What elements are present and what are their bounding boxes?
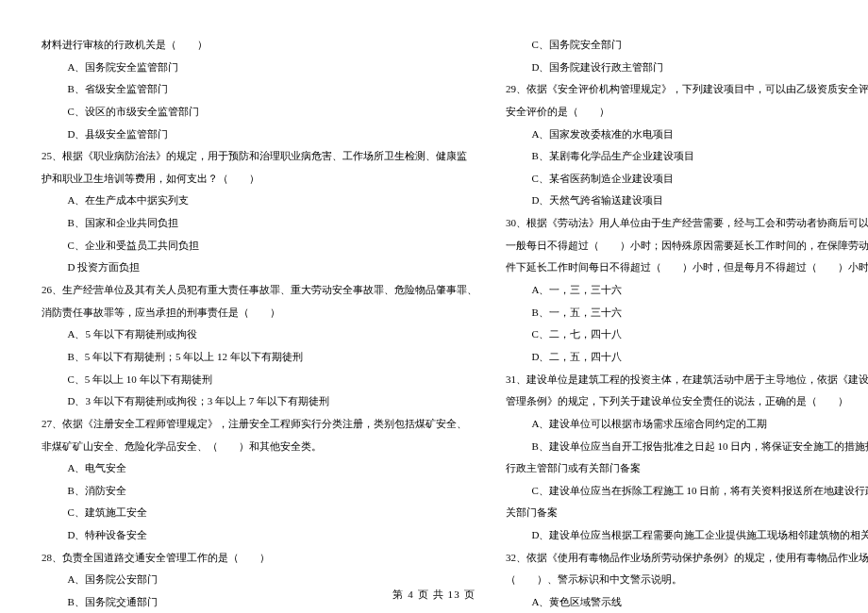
q26-option-d: D、3 年以下有期徒刑或拘役；3 年以上 7 年以下有期徒刑 <box>42 390 477 413</box>
q30-stem-line2: 一般每日不得超过（ ）小时；因特殊原因需要延长工作时间的，在保障劳动者身体健康的… <box>506 235 868 257</box>
q31-option-b-line1: B、建设单位应当自开工报告批准之日起 10 日内，将保证安全施工的措施报送所在地… <box>506 436 868 458</box>
q31-option-c-line2: 关部门备案 <box>506 502 868 524</box>
q25-option-c: C、企业和受益员工共同负担 <box>42 235 477 257</box>
q30-option-d: D、二，五，四十八 <box>506 346 868 369</box>
q28-option-d: D、国务院建设行政主管部门 <box>506 57 868 79</box>
q24-option-d: D、县级安全监管部门 <box>42 124 477 146</box>
q29-option-b: B、某剧毒化学品生产企业建设项目 <box>506 145 868 168</box>
page-body: 材料进行审核的行政机关是（ ） A、国务院安全监管部门 B、省级安全监管部门 C… <box>0 0 868 613</box>
q24-stem-continued: 材料进行审核的行政机关是（ ） <box>42 34 477 57</box>
q27-stem-line1: 27、依据《注册安全工程师管理规定》，注册安全工程师实行分类注册，类别包括煤矿安… <box>42 413 477 436</box>
q30-stem-line1: 30、根据《劳动法》用人单位由于生产经营需要，经与工会和劳动者协商后可以延长工作… <box>506 212 868 235</box>
q30-stem-line3: 件下延长工作时间每日不得超过（ ）小时，但是每月不得超过（ ）小时。 <box>506 257 868 279</box>
q31-option-a: A、建设单位可以根据市场需求压缩合同约定的工期 <box>506 413 868 436</box>
q27-stem-line2: 非煤矿矿山安全、危险化学品安全、（ ）和其他安全类。 <box>42 436 477 458</box>
q27-option-a: A、电气安全 <box>42 457 477 480</box>
q25-option-b: B、国家和企业共同负担 <box>42 212 477 235</box>
q32-stem-line1: 32、依据《使用有毒物品作业场所劳动保护条例》的规定，使用有毒物品作业场所应当设… <box>506 547 868 570</box>
q30-option-c: C、二，七，四十八 <box>506 323 868 346</box>
q27-option-d: D、特种设备安全 <box>42 524 477 547</box>
q26-stem-line1: 26、生产经营单位及其有关人员犯有重大责任事故罪、重大劳动安全事故罪、危险物品肇… <box>42 279 477 302</box>
q29-option-c: C、某省医药制造企业建设项目 <box>506 168 868 191</box>
q25-stem-line2: 护和职业卫生培训等费用，如何支出？（ ） <box>42 168 477 191</box>
q24-option-c: C、设区的市级安全监管部门 <box>42 101 477 124</box>
q27-option-c: C、建筑施工安全 <box>42 502 477 524</box>
q28-stem: 28、负责全国道路交通安全管理工作的是（ ） <box>42 547 477 570</box>
q31-option-b-line2: 行政主管部门或有关部门备案 <box>506 457 868 480</box>
q26-option-b: B、5 年以下有期徒刑；5 年以上 12 年以下有期徒刑 <box>42 346 477 369</box>
q28-option-c: C、国务院安全部门 <box>506 34 868 57</box>
q29-stem-line1: 29、依据《安全评价机构管理规定》，下列建设项目中，可以由乙级资质安全评价机构承… <box>506 78 868 101</box>
q27-option-b: B、消防安全 <box>42 480 477 503</box>
q26-option-c: C、5 年以上 10 年以下有期徒刑 <box>42 369 477 391</box>
q29-option-a: A、国家发改委核准的水电项目 <box>506 124 868 146</box>
q31-stem-line2: 管理条例》的规定，下列关于建设单位安全责任的说法，正确的是（ ） <box>506 390 868 413</box>
q25-stem-line1: 25、根据《职业病防治法》的规定，用于预防和治理职业病危害、工作场所卫生检测、健… <box>42 145 477 168</box>
q24-option-b: B、省级安全监管部门 <box>42 78 477 101</box>
right-column: C、国务院安全部门 D、国务院建设行政主管部门 29、依据《安全评价机构管理规定… <box>506 34 868 613</box>
q26-stem-line2: 消防责任事故罪等，应当承担的刑事责任是（ ） <box>42 302 477 324</box>
page-footer: 第 4 页 共 13 页 <box>0 588 868 602</box>
q30-option-a: A、一，三，三十六 <box>506 279 868 302</box>
q31-stem-line1: 31、建设单位是建筑工程的投资主体，在建筑活动中居于主导地位，依据《建设工程安全… <box>506 369 868 391</box>
left-column: 材料进行审核的行政机关是（ ） A、国务院安全监管部门 B、省级安全监管部门 C… <box>42 34 477 613</box>
q25-option-a: A、在生产成本中据实列支 <box>42 190 477 212</box>
q25-option-d: D 投资方面负担 <box>42 257 477 279</box>
q31-option-c-line1: C、建设单位应当在拆除工程施工 10 日前，将有关资料报送所在地建设行政主管部门… <box>506 480 868 503</box>
q29-option-d: D、天然气跨省输送建设项目 <box>506 190 868 212</box>
q31-option-d: D、建设单位应当根据工程需要向施工企业提供施工现场相邻建筑物的相关资料 <box>506 524 868 547</box>
q26-option-a: A、5 年以下有期徒刑或拘役 <box>42 323 477 346</box>
q24-option-a: A、国务院安全监管部门 <box>42 57 477 79</box>
q29-stem-line2: 安全评价的是（ ） <box>506 101 868 124</box>
q30-option-b: B、一，五，三十六 <box>506 302 868 324</box>
